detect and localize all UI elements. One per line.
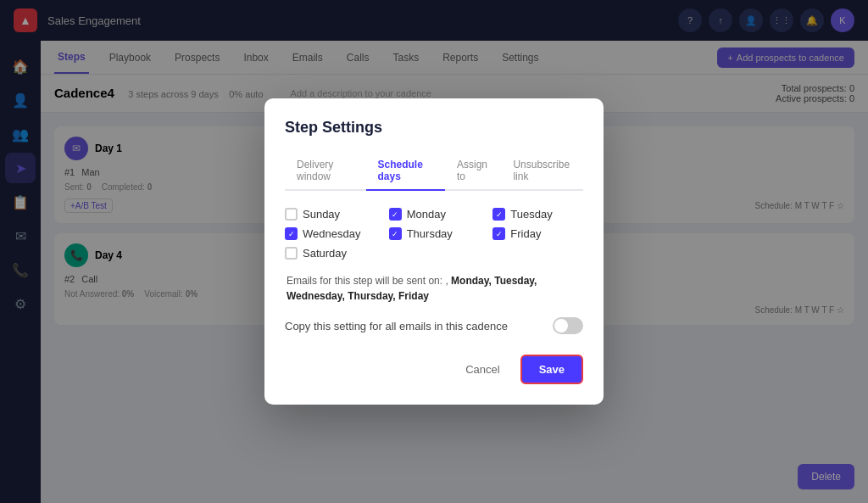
saturday-checkbox[interactable] <box>285 247 298 260</box>
save-button[interactable]: Save <box>520 355 583 384</box>
modal-footer: Cancel Save <box>285 355 583 384</box>
tab-schedule-days[interactable]: Schedule days <box>366 152 445 191</box>
tab-delivery-window[interactable]: Delivery window <box>285 152 366 191</box>
tuesday-checkbox[interactable]: ✓ <box>492 208 505 221</box>
app-container: ▲ Sales Engagement ? ↑ 👤 ⋮⋮ 🔔 K 🏠 👤 👥 ➤ … <box>0 0 868 503</box>
summary-text: Emails for this step will be sent on: , … <box>285 273 583 304</box>
modal-tabs: Delivery window Schedule days Assign to … <box>285 150 583 191</box>
day-friday: ✓ Friday <box>492 227 583 240</box>
days-grid: Sunday ✓ Monday ✓ Tuesday ✓ Wednesday <box>285 208 583 260</box>
monday-checkbox[interactable]: ✓ <box>389 208 402 221</box>
day-wednesday: ✓ Wednesday <box>285 227 376 240</box>
step-settings-modal: Step Settings Delivery window Schedule d… <box>264 98 604 405</box>
monday-label: Monday <box>407 208 446 221</box>
thursday-checkbox[interactable]: ✓ <box>389 227 402 240</box>
sunday-checkbox[interactable] <box>285 208 298 221</box>
sunday-label: Sunday <box>303 208 340 221</box>
day-monday: ✓ Monday <box>389 208 480 221</box>
day-saturday: Saturday <box>285 247 376 260</box>
day-tuesday: ✓ Tuesday <box>492 208 583 221</box>
copy-setting-label: Copy this setting for all emails in this… <box>285 320 508 333</box>
copy-setting-row: Copy this setting for all emails in this… <box>285 317 583 334</box>
toggle-knob <box>554 319 568 333</box>
wednesday-checkbox[interactable]: ✓ <box>285 227 298 240</box>
thursday-label: Thursday <box>407 227 453 240</box>
friday-checkbox[interactable]: ✓ <box>492 227 505 240</box>
saturday-label: Saturday <box>303 247 347 260</box>
tab-assign-to[interactable]: Assign to <box>445 152 501 191</box>
cancel-button[interactable]: Cancel <box>453 355 511 384</box>
tab-unsubscribe-link[interactable]: Unsubscribe link <box>501 152 583 191</box>
friday-label: Friday <box>510 227 541 240</box>
modal-overlay: Step Settings Delivery window Schedule d… <box>0 0 868 503</box>
copy-setting-toggle[interactable] <box>553 317 583 334</box>
modal-title: Step Settings <box>285 119 583 137</box>
day-thursday: ✓ Thursday <box>389 227 480 240</box>
wednesday-label: Wednesday <box>303 227 360 240</box>
day-sunday: Sunday <box>285 208 376 221</box>
tuesday-label: Tuesday <box>510 208 552 221</box>
